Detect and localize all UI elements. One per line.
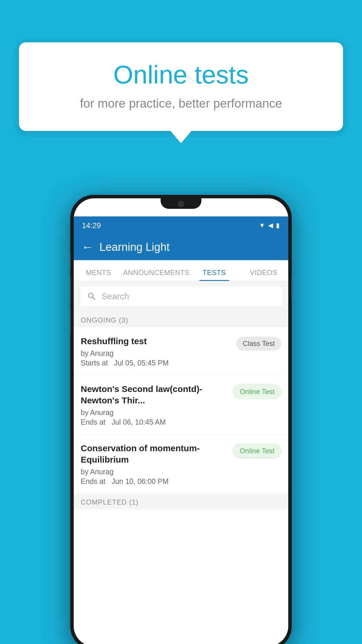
test-time: Ends at Jun 10, 06:00 PM — [81, 477, 228, 486]
time-label: Starts at — [81, 359, 108, 367]
test-name: Reshuffling test — [81, 335, 232, 347]
test-badge-class: Class Test — [236, 337, 281, 351]
speech-bubble: Online tests for more practice, better p… — [19, 42, 343, 131]
search-container: Search — [74, 281, 288, 312]
ongoing-section-header: ONGOING (3) — [74, 312, 288, 327]
tabs-container: MENTS ANNOUNCEMENTS TESTS VIDEOS — [74, 260, 288, 281]
test-name: Conservation of momentum-Equilibrium — [81, 442, 228, 465]
bubble-title: Online tests — [42, 60, 320, 90]
wifi-icon: ▼ — [259, 222, 265, 229]
power-button — [291, 276, 292, 300]
completed-section-header: COMPLETED (1) — [74, 494, 288, 509]
tab-ments[interactable]: MENTS — [74, 269, 123, 281]
test-info: Conservation of momentum-Equilibrium by … — [81, 442, 228, 486]
search-bar[interactable]: Search — [80, 286, 282, 307]
signal-icon: ◀ — [268, 222, 273, 229]
phone-screen: 14:29 ▼ ◀ ▮ ← Learning Light MENTS ANNOU… — [74, 198, 288, 644]
app-header: ← Learning Light — [74, 234, 288, 260]
test-item[interactable]: Newton's Second law(contd)-Newton's Thir… — [74, 375, 288, 434]
test-item[interactable]: Reshuffling test by Anurag Starts at Jul… — [74, 327, 288, 375]
test-info: Reshuffling test by Anurag Starts at Jul… — [81, 335, 232, 367]
test-author: by Anurag — [81, 408, 228, 417]
app-title: Learning Light — [99, 241, 170, 253]
test-author: by Anurag — [81, 349, 232, 358]
search-placeholder: Search — [101, 291, 129, 301]
phone-notch — [161, 198, 201, 209]
volume-up-button — [70, 276, 71, 303]
phone-frame: 14:29 ▼ ◀ ▮ ← Learning Light MENTS ANNOU… — [70, 195, 292, 644]
bubble-subtitle: for more practice, better performance — [42, 97, 320, 111]
back-button[interactable]: ← — [81, 241, 94, 253]
mute-button — [70, 253, 71, 269]
test-time: Ends at Jul 06, 10:45 AM — [81, 418, 228, 426]
time-value: Jul 05, 05:45 PM — [114, 359, 169, 367]
time-value: Jul 06, 10:45 AM — [112, 418, 166, 426]
time-value: Jun 10, 06:00 PM — [112, 477, 169, 485]
test-list: Reshuffling test by Anurag Starts at Jul… — [74, 327, 288, 494]
test-badge-online: Online Test — [233, 384, 281, 399]
phone-content: 14:29 ▼ ◀ ▮ ← Learning Light MENTS ANNOU… — [74, 216, 288, 644]
test-badge-online: Online Test — [233, 444, 281, 458]
test-info: Newton's Second law(contd)-Newton's Thir… — [81, 383, 228, 426]
status-bar: 14:29 ▼ ◀ ▮ — [74, 216, 288, 234]
tab-videos[interactable]: VIDEOS — [239, 269, 288, 281]
time-label: Ends at — [81, 418, 106, 426]
battery-icon: ▮ — [276, 222, 280, 229]
front-camera — [178, 201, 184, 207]
test-item[interactable]: Conservation of momentum-Equilibrium by … — [74, 434, 288, 494]
tab-tests[interactable]: TESTS — [189, 269, 239, 281]
test-author: by Anurag — [81, 468, 228, 476]
status-icons: ▼ ◀ ▮ — [259, 222, 280, 229]
status-time: 14:29 — [82, 221, 101, 230]
search-icon — [87, 291, 97, 301]
speech-bubble-container: Online tests for more practice, better p… — [19, 42, 343, 131]
test-time: Starts at Jul 05, 05:45 PM — [81, 359, 232, 367]
volume-down-button — [70, 309, 71, 335]
test-name: Newton's Second law(contd)-Newton's Thir… — [81, 383, 228, 406]
time-label: Ends at — [81, 477, 106, 485]
tab-announcements[interactable]: ANNOUNCEMENTS — [123, 269, 189, 281]
